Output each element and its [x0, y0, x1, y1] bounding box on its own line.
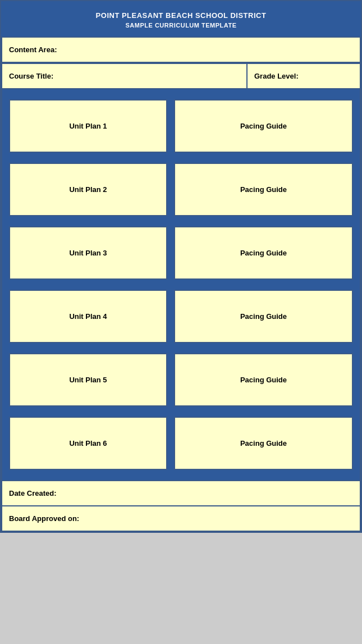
- unit-plan-2[interactable]: Unit Plan 2: [9, 163, 167, 216]
- pacing-guide-4[interactable]: Pacing Guide: [174, 290, 353, 343]
- content-area-row: Content Area:: [1, 36, 361, 63]
- pacing-guide-2[interactable]: Pacing Guide: [174, 163, 353, 216]
- course-grade-row: Course Title: Grade Level:: [1, 63, 361, 89]
- header: POINT PLEASANT BEACH SCHOOL DISTRICT SAM…: [1, 1, 361, 36]
- unit-row-3: Unit Plan 3 Pacing Guide: [9, 226, 353, 280]
- content-area-label: Content Area:: [9, 45, 57, 54]
- unit-row-4: Unit Plan 4 Pacing Guide: [9, 290, 353, 343]
- course-title-label: Course Title:: [9, 72, 53, 80]
- board-approved-label: Board Approved on:: [9, 514, 79, 523]
- pacing-guide-5[interactable]: Pacing Guide: [174, 353, 353, 407]
- grade-level-label: Grade Level:: [254, 72, 299, 80]
- pacing-guide-1[interactable]: Pacing Guide: [174, 99, 353, 153]
- unit-row-5: Unit Plan 5 Pacing Guide: [9, 353, 353, 407]
- unit-plan-3[interactable]: Unit Plan 3: [9, 226, 167, 280]
- template-subtitle: SAMPLE CURRICULUM TEMPLATE: [7, 22, 355, 29]
- school-title: POINT PLEASANT BEACH SCHOOL DISTRICT: [7, 11, 355, 20]
- course-title-cell: Course Title:: [2, 64, 248, 88]
- grade-level-cell: Grade Level:: [248, 64, 360, 88]
- date-created-label: Date Created:: [9, 489, 57, 497]
- pacing-guide-3[interactable]: Pacing Guide: [174, 226, 353, 280]
- board-approved-row: Board Approved on:: [1, 506, 361, 532]
- page: POINT PLEASANT BEACH SCHOOL DISTRICT SAM…: [0, 0, 362, 533]
- unit-plan-1[interactable]: Unit Plan 1: [9, 99, 167, 153]
- unit-plan-5[interactable]: Unit Plan 5: [9, 353, 167, 407]
- date-created-row: Date Created:: [1, 481, 361, 506]
- unit-plan-4[interactable]: Unit Plan 4: [9, 290, 167, 343]
- unit-row-2: Unit Plan 2 Pacing Guide: [9, 163, 353, 216]
- main-content: Unit Plan 1 Pacing Guide Unit Plan 2 Pac…: [1, 89, 361, 481]
- pacing-guide-6[interactable]: Pacing Guide: [174, 417, 353, 470]
- unit-plan-6[interactable]: Unit Plan 6: [9, 417, 167, 470]
- unit-row-6: Unit Plan 6 Pacing Guide: [9, 417, 353, 470]
- unit-row-1: Unit Plan 1 Pacing Guide: [9, 99, 353, 153]
